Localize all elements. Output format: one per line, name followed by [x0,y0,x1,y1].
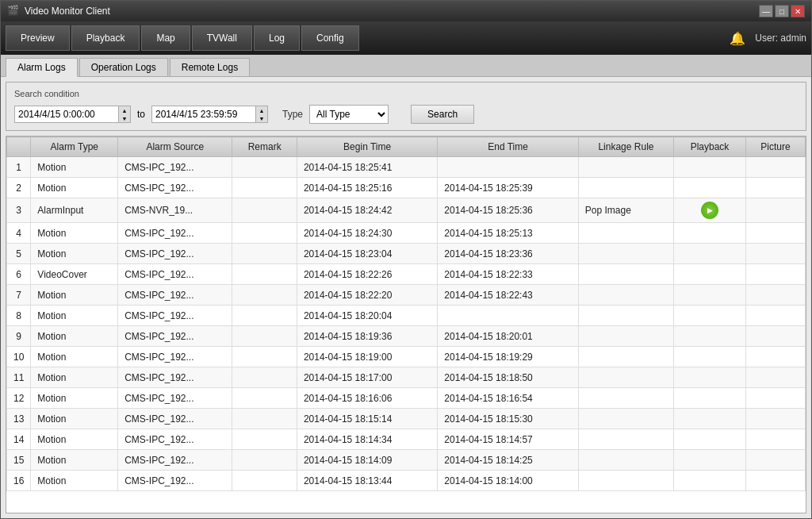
table-cell: 2014-04-15 18:25:39 [438,178,578,198]
table-cell: 2014-04-15 18:16:54 [438,388,578,409]
table-cell: Motion [31,178,118,198]
table-cell [578,157,673,178]
table-cell: Motion [31,347,118,367]
app-icon: 🎬 [7,5,20,17]
from-datetime-input[interactable] [15,106,118,122]
type-label: Type [282,109,303,120]
table-cell: 2014-04-15 18:16:06 [297,388,437,409]
minimize-button[interactable]: — [759,5,773,17]
tab-operation-logs[interactable]: Operation Logs [79,58,168,76]
table-cell: 2014-04-15 18:15:30 [438,409,578,429]
table-cell [578,244,673,264]
table-cell: 2014-04-15 18:13:44 [297,471,437,491]
table-cell: Motion [31,388,118,409]
table-cell: Motion [31,244,118,264]
table-cell: 2014-04-15 18:24:30 [297,223,437,244]
table-cell [232,264,297,285]
table-scroll-wrapper[interactable]: Alarm Type Alarm Source Remark Begin Tim… [6,136,806,513]
search-button[interactable]: Search [411,105,474,124]
to-datetime-down-button[interactable]: ▼ [256,114,267,122]
table-cell [745,223,805,244]
table-cell: 2014-04-15 18:14:57 [438,429,578,450]
table-cell [674,429,746,450]
to-datetime-input[interactable] [152,106,255,122]
table-row: 5MotionCMS-IPC_192...2014-04-15 18:23:04… [7,244,806,264]
tvwall-button[interactable]: TVWall [192,25,252,51]
map-button[interactable]: Map [141,25,190,51]
table-cell [232,450,297,471]
table-cell: CMS-IPC_192... [118,450,232,471]
table-cell: 2014-04-15 18:25:36 [438,198,578,223]
table-cell [232,471,297,491]
table-cell [674,471,746,491]
table-row: 15MotionCMS-IPC_192...2014-04-15 18:14:0… [7,450,806,471]
table-cell: 2014-04-15 18:25:41 [297,157,437,178]
table-cell: 2014-04-15 18:25:13 [438,223,578,244]
preview-button[interactable]: Preview [6,25,70,51]
col-remark: Remark [232,137,297,157]
table-cell: 11 [7,367,31,388]
table-cell: CMS-IPC_192... [118,347,232,367]
to-datetime-up-button[interactable]: ▲ [256,106,267,114]
table-cell: 14 [7,429,31,450]
from-datetime-up-button[interactable]: ▲ [119,106,130,114]
table-cell [578,347,673,367]
from-datetime-down-button[interactable]: ▼ [119,114,130,122]
table-cell [674,409,746,429]
from-datetime-wrapper: ▲ ▼ [14,106,131,123]
search-row: ▲ ▼ to ▲ ▼ Type All Type Motion AlarmInp… [14,105,798,124]
table-cell [232,244,297,264]
table-cell [745,388,805,409]
table-cell [745,450,805,471]
table-cell [232,409,297,429]
table-cell [578,306,673,326]
table-row: 6VideoCoverCMS-IPC_192...2014-04-15 18:2… [7,264,806,285]
table-cell [578,388,673,409]
table-cell: 2014-04-15 18:14:00 [438,471,578,491]
table-cell: 2014-04-15 18:19:29 [438,347,578,367]
table-cell: 2014-04-15 18:22:20 [297,285,437,306]
table-cell [745,326,805,347]
window-controls: — □ ✕ [759,5,805,17]
table-cell: 15 [7,450,31,471]
table-cell [745,429,805,450]
config-button[interactable]: Config [301,25,359,51]
table-cell [578,471,673,491]
table-cell[interactable] [674,198,746,223]
table-cell: 2014-04-15 18:24:42 [297,198,437,223]
type-select[interactable]: All Type Motion AlarmInput VideoCover [309,105,389,124]
table-cell [674,388,746,409]
alarm-bell-icon: 🔔 [730,31,745,46]
maximize-button[interactable]: □ [775,5,789,17]
window-title: Video Monitor Client [25,6,759,17]
to-label: to [137,109,145,120]
col-end-time: End Time [438,137,578,157]
table-cell: 2014-04-15 18:20:01 [438,326,578,347]
tab-remote-logs[interactable]: Remote Logs [170,58,250,76]
table-cell [674,326,746,347]
table-cell [232,388,297,409]
table-cell: 1 [7,157,31,178]
play-button[interactable] [701,202,718,219]
table-cell [674,264,746,285]
table-cell [578,264,673,285]
table-cell [674,178,746,198]
table-cell [745,244,805,264]
table-cell: CMS-IPC_192... [118,157,232,178]
table-cell [232,347,297,367]
table-cell: 2014-04-15 18:14:25 [438,450,578,471]
table-cell [674,347,746,367]
table-cell: Pop Image [578,198,673,223]
table-cell: 2014-04-15 18:19:00 [297,347,437,367]
table-cell [745,471,805,491]
table-row: 9MotionCMS-IPC_192...2014-04-15 18:19:36… [7,326,806,347]
playback-button[interactable]: Playback [71,25,140,51]
close-button[interactable]: ✕ [791,5,805,17]
table-cell [578,450,673,471]
log-button[interactable]: Log [254,25,300,51]
table-cell [232,429,297,450]
table-cell: Motion [31,450,118,471]
table-row: 7MotionCMS-IPC_192...2014-04-15 18:22:20… [7,285,806,306]
table-cell: 2014-04-15 18:22:43 [438,285,578,306]
tab-alarm-logs[interactable]: Alarm Logs [6,58,78,77]
